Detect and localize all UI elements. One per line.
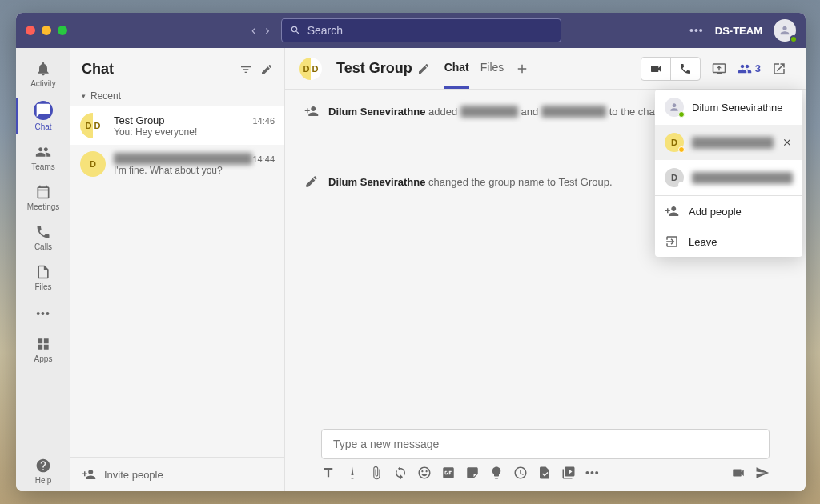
invite-people-button[interactable]: Invite people — [70, 457, 284, 491]
participant-2[interactable]: D ████████ — [655, 125, 802, 160]
edit-name-icon[interactable] — [417, 62, 430, 75]
loop-icon[interactable] — [393, 466, 408, 480]
lightbulb-icon[interactable] — [489, 466, 504, 480]
format-icon[interactable] — [321, 466, 336, 480]
new-chat-icon[interactable] — [260, 63, 273, 76]
chat-item-2[interactable]: D ████████ 14:44 I'm fine. What about yo… — [70, 145, 284, 183]
rail-meetings[interactable]: Meetings — [16, 178, 70, 218]
compose-toolbar: ••• — [321, 466, 770, 480]
video-call-button[interactable] — [641, 58, 671, 80]
tab-files[interactable]: Files — [480, 48, 504, 89]
approval-icon[interactable] — [537, 466, 552, 480]
stream-icon[interactable] — [561, 466, 576, 480]
send-icon[interactable] — [755, 466, 770, 480]
search-icon — [290, 25, 301, 36]
presence-away-icon — [678, 146, 685, 153]
participant-dilum[interactable]: Dilum Senevirathne — [655, 90, 802, 125]
org-name: DS-TEAM — [715, 25, 762, 37]
avatar: D — [665, 133, 684, 152]
chat-name: ████████ — [114, 153, 252, 165]
avatar: D — [665, 168, 684, 187]
attach-icon[interactable] — [369, 466, 384, 480]
audio-call-button[interactable] — [671, 58, 700, 80]
file-icon — [35, 264, 51, 280]
close-window-button[interactable] — [26, 26, 35, 35]
teams-icon — [35, 144, 51, 160]
popout-button[interactable] — [767, 57, 791, 81]
presence-available-icon — [678, 111, 685, 118]
chat-time: 14:46 — [252, 116, 275, 126]
sticker-icon[interactable] — [465, 466, 480, 480]
minimize-window-button[interactable] — [42, 26, 51, 35]
participant-3[interactable]: D ████████ — [655, 160, 802, 195]
rail-more[interactable]: ••• — [16, 298, 70, 330]
chat-list-panel: Chat Recent D D Test Group 14:46 You: He… — [70, 48, 285, 491]
bell-icon — [35, 61, 51, 77]
message-input[interactable] — [321, 429, 770, 459]
rail-files[interactable]: Files — [16, 258, 70, 298]
add-people-button[interactable]: Add people — [655, 196, 802, 226]
chat-header: D D Test Group Chat Files 3 — [285, 48, 806, 90]
rail-chat[interactable]: Chat — [16, 94, 70, 138]
chat-title: Test Group — [336, 60, 412, 77]
person-avatar: D — [80, 151, 106, 177]
leave-icon — [665, 234, 679, 249]
chat-name: Test Group — [114, 114, 252, 126]
chat-time: 14:44 — [252, 154, 275, 164]
presence-available-icon — [790, 35, 798, 43]
people-icon — [738, 62, 752, 76]
person-add-icon — [304, 104, 319, 118]
person-icon — [778, 24, 791, 37]
share-screen-button[interactable] — [707, 57, 731, 81]
participants-popup: Dilum Senevirathne D ████████ D ████████… — [655, 90, 802, 257]
profile-avatar[interactable] — [774, 19, 796, 42]
emoji-icon[interactable] — [417, 466, 432, 480]
help-icon — [35, 458, 51, 474]
chat-preview: I'm fine. What about you? — [114, 165, 275, 176]
chat-item-test-group[interactable]: D D Test Group 14:46 You: Hey everyone! — [70, 106, 284, 145]
rail-calls[interactable]: Calls — [16, 218, 70, 258]
add-tab-icon[interactable] — [515, 62, 529, 76]
camera-icon[interactable] — [731, 466, 746, 480]
forward-button[interactable]: › — [262, 20, 272, 41]
apps-icon — [35, 336, 51, 352]
video-icon — [649, 62, 662, 75]
add-people-icon — [665, 204, 679, 218]
share-icon — [712, 62, 726, 76]
chat-icon — [35, 102, 51, 118]
phone-icon — [35, 224, 51, 240]
search-box[interactable] — [281, 18, 561, 42]
filter-icon[interactable] — [239, 63, 252, 76]
compose-area: ••• — [285, 421, 806, 491]
presence-offline-icon — [678, 182, 685, 188]
app-rail: Activity Chat Teams Meetings Calls Files — [16, 48, 70, 491]
rail-teams[interactable]: Teams — [16, 138, 70, 178]
tab-chat[interactable]: Chat — [444, 48, 469, 89]
maximize-window-button[interactable] — [58, 26, 67, 35]
remove-participant-icon[interactable] — [782, 137, 793, 148]
compose-more-button[interactable]: ••• — [585, 466, 600, 479]
chat-list-header: Chat — [70, 48, 284, 86]
rail-apps[interactable]: Apps — [16, 330, 70, 370]
participants-count: 3 — [755, 62, 761, 74]
body: Activity Chat Teams Meetings Calls Files — [16, 48, 806, 491]
priority-icon[interactable] — [345, 466, 360, 480]
popout-icon — [772, 62, 786, 76]
chat-main: D D Test Group Chat Files 3 — [285, 48, 806, 491]
more-options-button[interactable]: ••• — [689, 24, 704, 37]
search-input[interactable] — [308, 24, 553, 37]
header-avatar: D D — [299, 58, 322, 80]
section-recent[interactable]: Recent — [70, 86, 284, 106]
schedule-icon[interactable] — [513, 466, 528, 480]
window-controls — [26, 26, 67, 35]
back-button[interactable]: ‹ — [248, 20, 259, 41]
rail-help[interactable]: Help — [16, 451, 70, 491]
participants-button[interactable]: 3 — [738, 62, 761, 76]
group-avatar: D D — [80, 113, 106, 138]
title-bar: ‹ › ••• DS-TEAM — [16, 13, 806, 48]
phone-icon — [679, 62, 692, 75]
gif-icon[interactable] — [441, 466, 456, 480]
panel-title: Chat — [82, 61, 231, 78]
leave-button[interactable]: Leave — [655, 226, 802, 257]
rail-activity[interactable]: Activity — [16, 54, 70, 94]
